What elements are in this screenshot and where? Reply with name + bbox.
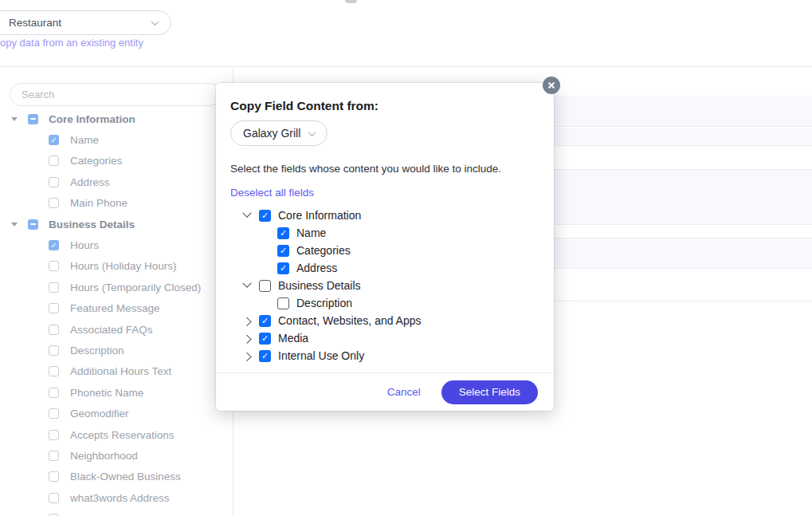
chevron-box[interactable] — [242, 212, 252, 219]
sidebar-field-row[interactable]: Geomodifier — [0, 403, 233, 423]
checkbox-unchecked[interactable] — [49, 471, 59, 482]
checkbox-checked[interactable] — [277, 227, 289, 239]
chevron-right-icon — [242, 353, 251, 361]
chevron-down-icon — [242, 209, 251, 218]
checkbox-unchecked[interactable] — [49, 388, 59, 398]
sidebar-item-label: Additional Hours Text — [70, 365, 171, 377]
checkbox-unchecked[interactable] — [277, 297, 289, 309]
tree-row[interactable]: Categories — [216, 242, 554, 259]
checkbox-unchecked[interactable] — [259, 280, 271, 292]
sidebar-item-label: Main Phone — [70, 197, 127, 209]
sidebar-item-label: Hours — [70, 239, 99, 251]
entity-type-value: Restaurant — [9, 17, 61, 29]
checkbox-unchecked[interactable] — [49, 366, 59, 376]
modal-footer: Cancel Select Fields — [216, 372, 554, 411]
checkbox-checked[interactable] — [259, 333, 271, 345]
sidebar-group-row[interactable]: Business Details — [0, 214, 233, 234]
sidebar-field-row[interactable]: Black-Owned Business — [0, 467, 233, 487]
chevron-box[interactable] — [242, 317, 252, 324]
close-button[interactable] — [543, 77, 560, 94]
tree-row[interactable]: Core Information — [216, 207, 554, 224]
chevron-box[interactable] — [242, 353, 252, 359]
tree-row[interactable]: Address — [216, 259, 554, 277]
sidebar-item-label: Black-Owned Business — [70, 471, 181, 483]
sidebar-field-row[interactable]: Phonetic Name — [0, 382, 233, 403]
checkbox-checked[interactable] — [277, 262, 289, 274]
checkbox-indeterminate[interactable] — [28, 219, 38, 230]
chevron-down-icon[interactable] — [11, 117, 18, 121]
source-entity-dropdown[interactable]: Galaxy Grill — [230, 120, 328, 146]
modal-description: Select the fields whose content you woul… — [230, 163, 501, 175]
chevron-box[interactable] — [242, 282, 252, 289]
tree-item-label: Business Details — [278, 279, 361, 292]
tree-item-label: Core Information — [278, 209, 361, 222]
select-fields-button[interactable]: Select Fields — [441, 380, 538, 404]
sidebar-field-row[interactable]: Neighborhood — [0, 445, 233, 466]
copy-field-content-modal: Copy Field Content from: Galaxy Grill Se… — [216, 83, 554, 411]
sidebar-field-row[interactable]: Accepts Reservations — [0, 424, 233, 445]
chevron-down-icon[interactable] — [11, 223, 18, 226]
sidebar-field-row[interactable] — [0, 508, 233, 516]
sidebar-item-label: Categories — [70, 155, 122, 167]
checkbox-checked[interactable] — [259, 210, 271, 222]
tree-item-label: Description — [296, 297, 352, 309]
sidebar-field-row[interactable]: Additional Hours Text — [0, 361, 233, 382]
entity-type-dropdown[interactable]: Restaurant — [0, 10, 171, 35]
tree-row[interactable]: Description — [216, 294, 554, 312]
sidebar-group-row[interactable]: Core Information — [0, 108, 233, 129]
tree-row[interactable]: Internal Use Only — [216, 347, 554, 364]
checkbox-checked[interactable] — [49, 240, 59, 250]
tree-item-label: Internal Use Only — [278, 349, 364, 362]
checkbox-unchecked[interactable] — [49, 261, 59, 271]
tree-row[interactable]: Name — [216, 224, 554, 242]
checkbox-unchecked[interactable] — [49, 177, 59, 187]
checkbox-unchecked[interactable] — [49, 156, 59, 166]
checkbox-unchecked[interactable] — [49, 451, 59, 461]
cutoff-avatar-icon — [345, 0, 357, 3]
sidebar-field-row[interactable]: Hours — [0, 234, 233, 255]
checkbox-unchecked[interactable] — [49, 493, 59, 503]
tree-item-label: Categories — [296, 244, 351, 257]
checkbox-checked[interactable] — [49, 135, 59, 145]
sidebar-field-row[interactable]: Hours (Holiday Hours) — [0, 256, 233, 277]
sidebar-item-label: Business Details — [49, 219, 135, 230]
checkbox-checked[interactable] — [259, 350, 271, 362]
chevron-down-icon — [151, 18, 159, 26]
field-tree: Core InformationNameCategoriesAddressBus… — [216, 207, 554, 364]
checkbox-unchecked[interactable] — [49, 282, 59, 293]
tree-row[interactable]: Contact, Websites, and Apps — [216, 312, 554, 329]
sidebar-field-row[interactable]: Hours (Temporarily Closed) — [0, 277, 233, 297]
checkbox-unchecked[interactable] — [49, 198, 59, 208]
chevron-right-icon — [242, 317, 251, 326]
sidebar-field-row[interactable]: Categories — [0, 151, 233, 171]
checkbox-indeterminate[interactable] — [28, 114, 38, 124]
sidebar-item-label: Name — [70, 134, 99, 146]
sidebar-item-label: Phonetic Name — [70, 387, 143, 399]
checkbox-unchecked[interactable] — [49, 408, 59, 419]
checkbox-unchecked[interactable] — [49, 325, 59, 335]
copy-data-link[interactable]: opy data from an existing entity — [0, 37, 143, 49]
checkbox-unchecked[interactable] — [49, 345, 59, 356]
sidebar-field-row[interactable]: Description — [0, 340, 233, 360]
checkbox-checked[interactable] — [277, 245, 289, 257]
chevron-down-icon — [242, 279, 251, 288]
sidebar-field-row[interactable]: what3words Address — [0, 487, 233, 508]
tree-row[interactable]: Media — [216, 329, 554, 347]
chevron-box[interactable] — [242, 335, 252, 341]
sidebar-field-row[interactable]: Address — [0, 171, 233, 192]
tree-item-label: Media — [278, 332, 308, 345]
tree-row[interactable]: Business Details — [216, 277, 554, 294]
sidebar-field-row[interactable]: Associated FAQs — [0, 319, 233, 340]
sidebar-field-row[interactable]: Name — [0, 129, 233, 150]
cancel-button[interactable]: Cancel — [387, 386, 421, 398]
search-input[interactable] — [10, 83, 222, 106]
checkbox-unchecked[interactable] — [49, 303, 59, 313]
checkbox-checked[interactable] — [259, 315, 271, 327]
page: Restaurant opy data from an existing ent… — [0, 0, 812, 516]
sidebar-field-row[interactable]: Featured Message — [0, 298, 233, 319]
sidebar-item-label: Core Information — [49, 113, 135, 125]
sidebar-item-label: Featured Message — [70, 302, 160, 314]
sidebar-field-row[interactable]: Main Phone — [0, 193, 233, 214]
checkbox-unchecked[interactable] — [49, 430, 59, 440]
deselect-all-fields-link[interactable]: Deselect all fields — [230, 187, 314, 199]
